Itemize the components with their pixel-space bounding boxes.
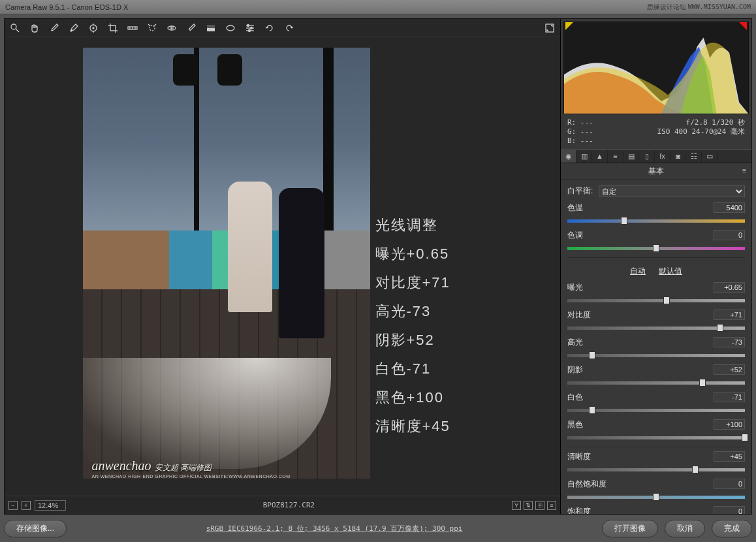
- fx-tab-icon[interactable]: fx: [655, 150, 670, 163]
- split-tab-icon[interactable]: ▤: [623, 150, 639, 163]
- highlights-slider[interactable]: [567, 350, 745, 360]
- svg-point-4: [93, 27, 94, 29]
- redeye-icon[interactable]: [166, 23, 177, 33]
- basic-tab-icon[interactable]: ◉: [561, 150, 576, 163]
- shadows-slider[interactable]: [567, 377, 745, 388]
- cancel-button[interactable]: 取消: [665, 520, 705, 537]
- snapshot-tab-icon[interactable]: ▭: [702, 150, 717, 163]
- hsl-tab-icon[interactable]: ≡: [608, 150, 623, 163]
- crop-icon[interactable]: [108, 23, 118, 33]
- rgb-exif-readout: R: ---G: ---B: --- f/2.8 1/320 秒ISO 400 …: [561, 117, 751, 150]
- default-link[interactable]: 默认值: [659, 266, 682, 277]
- wb-label: 白平衡:: [567, 185, 599, 197]
- preview-pane: anwenchao 安文超 高端修图 AN WENCHAO HIGH-END G…: [5, 19, 561, 514]
- panel-tabs: ◉ ▥ ▲ ≡ ▤ ▯ fx ◙ ☷ ▭: [561, 150, 751, 163]
- temperature-slider[interactable]: [567, 215, 745, 226]
- filename: BPOZ8127.CR2: [70, 501, 508, 509]
- watermark: 思缘设计论坛 WWW.MISSYUAN.COM: [647, 3, 751, 12]
- svg-point-11: [150, 25, 155, 31]
- spot-heal-icon[interactable]: [147, 23, 157, 33]
- save-image-button[interactable]: 存储图像...: [4, 520, 67, 537]
- wb-select[interactable]: 自定: [599, 185, 745, 197]
- histogram[interactable]: [563, 22, 749, 114]
- tint-slider[interactable]: [567, 243, 745, 253]
- exposure-value[interactable]: +0.65: [714, 282, 745, 293]
- exposure-slider[interactable]: [567, 295, 745, 306]
- swap-icon[interactable]: ⇅: [524, 501, 533, 510]
- presets-tab-icon[interactable]: ☷: [686, 150, 702, 163]
- prefs-icon[interactable]: [245, 23, 255, 33]
- zoom-icon[interactable]: [10, 23, 20, 33]
- whites-slider[interactable]: [567, 405, 745, 415]
- preview-bottom-bar: − + 12.4% BPOZ8127.CR2 Y ⇅ ⎘ ≡: [5, 496, 560, 514]
- svg-point-23: [249, 29, 251, 31]
- panel-title: 基本 ≡: [561, 163, 751, 180]
- clarity-value[interactable]: +45: [714, 451, 745, 462]
- before-after-icon[interactable]: Y: [512, 501, 521, 510]
- svg-point-21: [247, 24, 249, 26]
- svg-point-3: [90, 25, 97, 31]
- vibrance-value[interactable]: 0: [714, 479, 745, 489]
- grad-filter-icon[interactable]: [206, 23, 216, 33]
- brush-icon[interactable]: [186, 23, 197, 33]
- shadows-value[interactable]: +52: [714, 364, 745, 375]
- clarity-slider[interactable]: [567, 464, 745, 475]
- contrast-value[interactable]: +71: [714, 310, 745, 320]
- shadow-clip-icon[interactable]: [565, 22, 573, 30]
- zoom-in-button[interactable]: +: [22, 501, 31, 510]
- workflow-options[interactable]: sRGB IEC61966-2.1; 8 位; 3456 x 5184 (17.…: [73, 524, 595, 534]
- svg-rect-16: [207, 25, 215, 28]
- target-adjust-icon[interactable]: [88, 23, 99, 33]
- svg-point-17: [227, 25, 234, 31]
- overlay-annotations: 光线调整曝光+0.65 对比度+71高光-73 阴影+52白色-71 黑色+10…: [375, 215, 450, 436]
- rotate-ccw-icon[interactable]: [264, 23, 275, 33]
- wb-eyedropper-icon[interactable]: [49, 23, 59, 33]
- footer: 存储图像... sRGB IEC61966-2.1; 8 位; 3456 x 5…: [4, 517, 752, 539]
- blacks-value[interactable]: +100: [714, 419, 745, 430]
- curve-tab-icon[interactable]: ▥: [576, 150, 592, 163]
- menu-icon[interactable]: ≡: [547, 501, 556, 510]
- whites-value[interactable]: -71: [714, 392, 745, 402]
- tint-value[interactable]: 0: [714, 230, 745, 240]
- hand-icon[interactable]: [29, 23, 40, 33]
- svg-line-1: [16, 29, 19, 32]
- lens-tab-icon[interactable]: ▯: [639, 150, 655, 163]
- photo-watermark: anwenchao 安文超 高端修图: [92, 458, 212, 473]
- saturation-value[interactable]: 0: [714, 506, 745, 514]
- temperature-value[interactable]: 5400: [714, 202, 745, 213]
- blacks-slider[interactable]: [567, 432, 745, 443]
- camera-tab-icon[interactable]: ◙: [670, 150, 686, 163]
- detail-tab-icon[interactable]: ▲: [592, 150, 608, 163]
- done-button[interactable]: 完成: [712, 520, 752, 537]
- vibrance-slider[interactable]: [567, 492, 745, 502]
- straighten-icon[interactable]: [127, 23, 138, 33]
- panel-menu-icon[interactable]: ≡: [742, 167, 746, 174]
- svg-point-0: [11, 24, 16, 29]
- open-image-button[interactable]: 打开图像: [602, 520, 658, 537]
- highlight-clip-icon[interactable]: [739, 22, 747, 30]
- radial-filter-icon[interactable]: [225, 23, 236, 33]
- toolbar: [5, 19, 560, 37]
- title-bar: Camera Raw 9.5.1 - Canon EOS-1D X 思缘设计论坛…: [0, 0, 756, 14]
- preview-area[interactable]: anwenchao 安文超 高端修图 AN WENCHAO HIGH-END G…: [5, 37, 560, 496]
- rotate-cw-icon[interactable]: [284, 23, 294, 33]
- copy-settings-icon[interactable]: ⎘: [535, 501, 544, 510]
- contrast-slider[interactable]: [567, 323, 745, 333]
- svg-point-22: [251, 27, 253, 29]
- fullscreen-icon[interactable]: [544, 23, 555, 33]
- photo-preview: anwenchao 安文超 高端修图 AN WENCHAO HIGH-END G…: [83, 48, 370, 479]
- highlights-value[interactable]: -73: [714, 337, 745, 347]
- zoom-out-button[interactable]: −: [8, 501, 18, 510]
- app-title: Camera Raw 9.5.1 - Canon EOS-1D X: [5, 3, 128, 11]
- adjustments-panel: R: ---G: ---B: --- f/2.8 1/320 秒ISO 400 …: [561, 19, 751, 514]
- auto-link[interactable]: 自动: [630, 266, 646, 277]
- color-sampler-icon[interactable]: [69, 23, 79, 33]
- zoom-level[interactable]: 12.4%: [35, 500, 66, 511]
